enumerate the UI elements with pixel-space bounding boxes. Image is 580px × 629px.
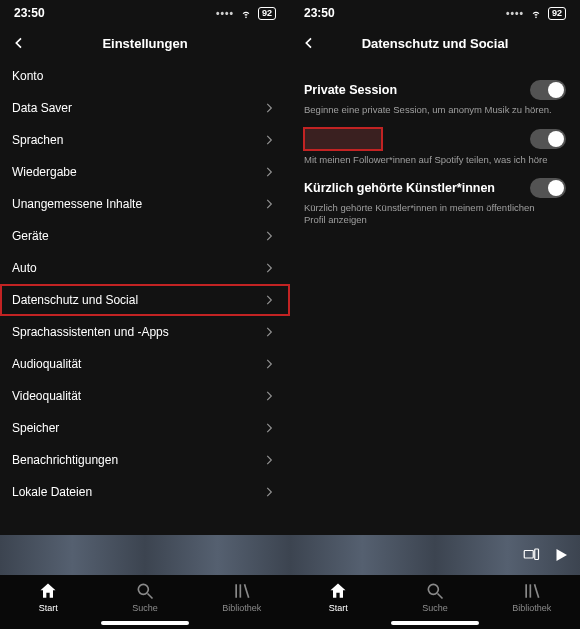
connect-device-icon[interactable] xyxy=(520,544,542,566)
svg-point-0 xyxy=(138,584,148,594)
play-icon[interactable] xyxy=(550,544,572,566)
clock: 23:50 xyxy=(14,6,45,20)
row-label: Lokale Dateien xyxy=(12,485,92,499)
chevron-right-icon xyxy=(260,131,278,149)
svg-rect-5 xyxy=(524,551,533,559)
row-konto[interactable]: Konto xyxy=(0,60,290,92)
listening-activity-row xyxy=(304,128,566,150)
svg-rect-6 xyxy=(535,549,539,560)
row-datenschutz[interactable]: Datenschutz und Social xyxy=(0,284,290,316)
chevron-right-icon xyxy=(260,195,278,213)
chevron-right-icon xyxy=(260,483,278,501)
bottom-nav: Start Suche Bibliothek xyxy=(0,575,290,629)
chevron-right-icon xyxy=(260,387,278,405)
row-sprachen[interactable]: Sprachen xyxy=(0,124,290,156)
nav-label: Bibliothek xyxy=(512,603,551,613)
recent-artists-label: Kürzlich gehörte Künstler*innen xyxy=(304,181,495,195)
page-title: Datenschutz und Social xyxy=(362,36,509,51)
row-videoqualitaet[interactable]: Videoqualität xyxy=(0,380,290,412)
home-indicator xyxy=(101,621,189,625)
svg-line-9 xyxy=(437,594,442,599)
recent-artists-toggle[interactable] xyxy=(530,178,566,198)
wifi-icon xyxy=(239,8,253,18)
nav-suche[interactable]: Suche xyxy=(400,581,470,613)
nav-suche[interactable]: Suche xyxy=(110,581,180,613)
status-bar: 23:50 •••• 92 xyxy=(290,0,580,26)
listening-activity-label-redacted xyxy=(304,128,382,150)
clock: 23:50 xyxy=(304,6,335,20)
row-geraete[interactable]: Geräte xyxy=(0,220,290,252)
nav-label: Suche xyxy=(422,603,448,613)
row-data-saver[interactable]: Data Saver xyxy=(0,92,290,124)
svg-line-12 xyxy=(534,584,538,597)
page-title: Einstellungen xyxy=(102,36,187,51)
library-icon xyxy=(522,581,542,601)
back-button[interactable] xyxy=(298,32,320,54)
private-session-desc: Beginne eine private Session, um anonym … xyxy=(304,104,566,116)
recent-artists-desc: Kürzlich gehörte Künstler*innen in meine… xyxy=(304,202,566,226)
row-speicher[interactable]: Speicher xyxy=(0,412,290,444)
battery-icon: 92 xyxy=(258,7,276,20)
settings-header: Einstellungen xyxy=(0,26,290,60)
row-label: Datenschutz und Social xyxy=(12,293,138,307)
settings-pane: 23:50 •••• 92 Einstellungen Konto Data S… xyxy=(0,0,290,629)
svg-marker-7 xyxy=(557,549,568,561)
status-bar: 23:50 •••• 92 xyxy=(0,0,290,26)
nav-label: Start xyxy=(39,603,58,613)
chevron-right-icon xyxy=(260,355,278,373)
row-label: Benachrichtigungen xyxy=(12,453,118,467)
search-icon xyxy=(425,581,445,601)
private-session-toggle[interactable] xyxy=(530,80,566,100)
now-playing-bar[interactable] xyxy=(0,535,290,575)
row-label: Speicher xyxy=(12,421,59,435)
row-benachrichtigungen[interactable]: Benachrichtigungen xyxy=(0,444,290,476)
privacy-content: Private Session Beginne eine private Ses… xyxy=(290,60,580,226)
row-unangemessene[interactable]: Unangemessene Inhalte xyxy=(0,188,290,220)
row-label: Unangemessene Inhalte xyxy=(12,197,142,211)
now-playing-bar[interactable] xyxy=(290,535,580,575)
row-label: Sprachen xyxy=(12,133,63,147)
signal-dots-icon: •••• xyxy=(216,8,234,19)
chevron-right-icon xyxy=(260,227,278,245)
battery-icon: 92 xyxy=(548,7,566,20)
row-label: Geräte xyxy=(12,229,49,243)
chevron-right-icon xyxy=(260,259,278,277)
privacy-header: Datenschutz und Social xyxy=(290,26,580,60)
home-indicator xyxy=(391,621,479,625)
chevron-right-icon xyxy=(260,451,278,469)
wifi-icon xyxy=(529,8,543,18)
signal-dots-icon: •••• xyxy=(506,8,524,19)
home-icon xyxy=(38,581,58,601)
row-label: Konto xyxy=(12,69,43,83)
svg-line-4 xyxy=(244,584,248,597)
nav-bibliothek[interactable]: Bibliothek xyxy=(207,581,277,613)
nav-label: Start xyxy=(329,603,348,613)
listening-activity-desc: Mit meinen Follower*innen auf Spotify te… xyxy=(304,154,566,166)
row-wiedergabe[interactable]: Wiedergabe xyxy=(0,156,290,188)
svg-point-8 xyxy=(428,584,438,594)
chevron-right-icon xyxy=(260,163,278,181)
back-button[interactable] xyxy=(8,32,30,54)
row-label: Videoqualität xyxy=(12,389,81,403)
chevron-right-icon xyxy=(260,291,278,309)
row-auto[interactable]: Auto xyxy=(0,252,290,284)
nav-bibliothek[interactable]: Bibliothek xyxy=(497,581,567,613)
row-lokale-dateien[interactable]: Lokale Dateien xyxy=(0,476,290,508)
row-label: Wiedergabe xyxy=(12,165,77,179)
recent-artists-row: Kürzlich gehörte Künstler*innen xyxy=(304,178,566,198)
row-label: Auto xyxy=(12,261,37,275)
row-label: Audioqualität xyxy=(12,357,81,371)
privacy-pane: 23:50 •••• 92 Datenschutz und Social Pri… xyxy=(290,0,580,629)
row-audioqualitaet[interactable]: Audioqualität xyxy=(0,348,290,380)
private-session-row: Private Session xyxy=(304,80,566,100)
chevron-right-icon xyxy=(260,99,278,117)
home-icon xyxy=(328,581,348,601)
settings-list: Konto Data Saver Sprachen Wiedergabe Una… xyxy=(0,60,290,535)
library-icon xyxy=(232,581,252,601)
row-sprachassistenten[interactable]: Sprachassistenten und -Apps xyxy=(0,316,290,348)
nav-start[interactable]: Start xyxy=(13,581,83,613)
listening-activity-toggle[interactable] xyxy=(530,129,566,149)
nav-start[interactable]: Start xyxy=(303,581,373,613)
nav-label: Suche xyxy=(132,603,158,613)
chevron-right-icon xyxy=(260,323,278,341)
